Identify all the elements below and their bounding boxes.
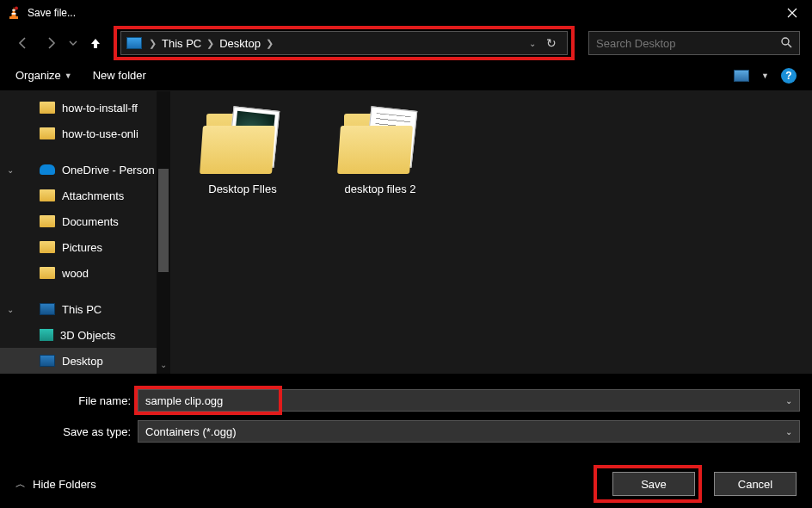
nav-row: ❯ This PC ❯ Desktop ❯ ⌄ ↻ <box>0 26 812 60</box>
recent-dropdown[interactable] <box>67 32 79 54</box>
tree-item[interactable]: how-to-use-onli <box>0 121 170 146</box>
file-area[interactable]: Desktop FIlesdesktop files 2 <box>170 91 812 374</box>
search-box[interactable] <box>588 31 800 55</box>
address-bar-highlight: ❯ This PC ❯ Desktop ❯ ⌄ ↻ <box>114 26 575 60</box>
tree-item-label: Desktop <box>62 355 103 368</box>
tree-item-label: how-to-install-ff <box>62 102 138 115</box>
address-dropdown[interactable]: ⌄ <box>524 39 541 48</box>
tree-item[interactable]: wood <box>0 260 170 286</box>
save-button[interactable]: Save <box>612 472 695 496</box>
tree-item[interactable]: how-to-install-ff <box>0 95 170 121</box>
breadcrumb-root[interactable]: This PC <box>158 37 205 50</box>
filename-field[interactable]: sample clip.ogg ⌄ <box>138 389 800 412</box>
folder-thumbnail <box>339 107 421 174</box>
cancel-label: Cancel <box>738 478 772 491</box>
svg-rect-3 <box>12 13 16 15</box>
forward-button[interactable] <box>40 32 62 54</box>
tree-item-label: OneDrive - Person <box>62 164 155 177</box>
expand-icon[interactable]: ⌄ <box>7 165 14 175</box>
chevron-right-icon[interactable]: ❯ <box>147 38 158 49</box>
tree-item-label: This PC <box>62 303 102 316</box>
folder-icon <box>40 241 55 253</box>
tree-scrollbar[interactable]: ⌄ <box>157 91 170 374</box>
footer: ︿ Hide Folders Save Cancel <box>0 460 812 508</box>
folder-thumbnail <box>201 107 284 174</box>
tree-item[interactable]: Documents <box>0 208 170 234</box>
new-folder-button[interactable]: New folder <box>93 69 146 82</box>
folder-icon <box>40 189 55 201</box>
chevron-right-icon[interactable]: ❯ <box>264 38 275 49</box>
type-value: Containers (*.ogg) <box>145 425 237 438</box>
view-icon[interactable] <box>734 70 749 82</box>
up-button[interactable] <box>84 32 107 54</box>
window-title: Save file... <box>28 7 76 19</box>
chevron-down-icon[interactable]: ⌄ <box>785 396 792 406</box>
scroll-down-icon[interactable]: ⌄ <box>158 360 169 372</box>
dialog-body: how-to-install-ffhow-to-use-onli⌄OneDriv… <box>0 91 812 374</box>
chevron-down-icon[interactable]: ⌄ <box>785 427 792 437</box>
scrollbar-thumb[interactable] <box>158 169 169 272</box>
obj3d-icon <box>40 329 53 341</box>
this-pc-icon <box>126 37 142 49</box>
folder-tree[interactable]: how-to-install-ffhow-to-use-onli⌄OneDriv… <box>0 91 170 374</box>
tree-item-label: Pictures <box>62 241 102 254</box>
type-label: Save as type: <box>12 425 138 438</box>
help-icon[interactable]: ? <box>781 68 797 84</box>
hide-folders-label: Hide Folders <box>33 478 96 491</box>
folder-icon <box>40 267 55 279</box>
svg-rect-2 <box>12 9 15 11</box>
onedrive-icon <box>40 164 55 175</box>
svg-rect-1 <box>9 16 18 19</box>
thispc-icon <box>40 303 55 315</box>
search-icon[interactable] <box>780 36 792 51</box>
vlc-icon <box>7 6 21 20</box>
chevron-down-icon: ▼ <box>65 71 72 80</box>
tree-item[interactable]: Desktop <box>0 348 170 374</box>
tree-item[interactable]: 3D Objects <box>0 322 170 348</box>
tree-item[interactable]: Attachments <box>0 183 170 208</box>
tree-item-label: wood <box>62 267 89 280</box>
tree-item-label: Attachments <box>62 189 124 202</box>
new-folder-label: New folder <box>93 69 146 82</box>
address-bar[interactable]: ❯ This PC ❯ Desktop ❯ ⌄ ↻ <box>120 31 568 55</box>
type-field[interactable]: Containers (*.ogg) ⌄ <box>138 420 800 443</box>
filename-label: File name: <box>12 394 138 407</box>
tree-item[interactable]: ⌄OneDrive - Person <box>0 157 170 183</box>
close-button[interactable] <box>772 0 812 26</box>
folder-item[interactable]: desktop files 2 <box>329 107 432 195</box>
organize-menu[interactable]: Organize ▼ <box>15 69 72 82</box>
svg-point-4 <box>15 7 18 10</box>
folder-icon <box>40 102 55 114</box>
save-highlight: Save <box>594 465 702 503</box>
tree-item-label: how-to-use-onli <box>62 127 138 140</box>
toolbar: Organize ▼ New folder ▼ ? <box>0 60 812 91</box>
filename-value: sample clip.ogg <box>145 394 223 407</box>
folder-item[interactable]: Desktop FIles <box>191 107 294 195</box>
hide-folders-button[interactable]: ︿ Hide Folders <box>15 477 96 492</box>
back-button[interactable] <box>12 32 34 54</box>
thispc-icon <box>40 355 55 367</box>
chevron-right-icon[interactable]: ❯ <box>205 38 216 49</box>
folder-name: Desktop FIles <box>191 183 294 195</box>
folder-icon <box>40 127 55 139</box>
view-dropdown[interactable]: ▼ <box>761 71 769 80</box>
chevron-up-icon: ︿ <box>15 477 26 492</box>
tree-item[interactable]: Pictures <box>0 234 170 260</box>
expand-icon[interactable]: ⌄ <box>7 305 14 314</box>
folder-icon <box>40 215 55 227</box>
cancel-button[interactable]: Cancel <box>714 472 797 496</box>
tree-item-label: 3D Objects <box>60 329 115 342</box>
breadcrumb-folder[interactable]: Desktop <box>216 37 264 50</box>
tree-item[interactable]: ⌄This PC <box>0 296 170 322</box>
folder-name: desktop files 2 <box>329 183 432 195</box>
svg-point-5 <box>782 38 789 45</box>
svg-line-6 <box>788 44 791 47</box>
organize-label: Organize <box>15 69 61 82</box>
search-input[interactable] <box>596 37 780 50</box>
save-form: File name: sample clip.ogg ⌄ Save as typ… <box>0 374 812 443</box>
save-label: Save <box>641 478 667 491</box>
refresh-button[interactable]: ↻ <box>541 36 562 50</box>
tree-item-label: Documents <box>62 215 119 228</box>
title-bar: Save file... <box>0 0 812 26</box>
